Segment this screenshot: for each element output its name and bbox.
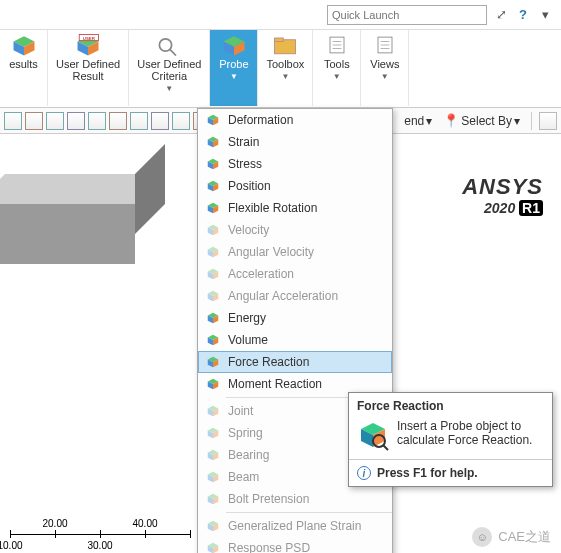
criteria-icon [155,34,183,56]
tool-btn[interactable] [109,112,127,130]
svg-text:USER: USER [83,36,96,41]
tool-btn[interactable] [539,112,557,130]
ribbon-user-defined[interactable]: User Defined Criteria ▼ [129,30,210,106]
ruler-tick: 30.00 [87,540,112,551]
svg-rect-14 [275,38,284,42]
info-icon: i [357,466,371,480]
chevron-down-icon: ▼ [230,72,238,81]
folder-icon [271,34,299,56]
brand-name: ANSYS [462,174,543,200]
ribbon-tools[interactable]: Tools ▼ [313,30,361,106]
select-by-dropdown[interactable]: 📍 Select By ▾ [439,113,524,128]
menu-item-flexible-rotation[interactable]: Flexible Rotation [198,197,392,219]
scale-ruler: 20.00 40.00 10.00 30.00 [10,534,190,535]
menu-item-label: Bearing [228,448,269,462]
ribbon-label: Toolbox [266,58,304,70]
menu-item-angular-velocity: Angular Velocity [198,241,392,263]
menu-item-label: Stress [228,157,262,171]
chevron-down-icon: ▼ [381,72,389,81]
ribbon-label: Views [370,58,399,70]
tool-btn[interactable] [67,112,85,130]
brand-logo: ANSYS 2020 R1 [462,174,543,216]
probe-cube-icon [204,518,222,534]
pin-icon: 📍 [443,113,459,128]
menu-item-label: Moment Reaction [228,377,322,391]
ruler-tick: 10.00 [0,540,23,551]
probe-cube-icon [204,469,222,485]
probe-cube-icon [204,354,222,370]
separator [349,459,552,460]
expand-icon[interactable]: ⤢ [493,7,509,23]
page-icon [371,34,399,56]
end-label: end [404,114,424,128]
probe-icon [357,419,389,451]
ribbon-esults[interactable]: esults [0,30,48,106]
tool-btn[interactable] [151,112,169,130]
menu-item-label: Angular Velocity [228,245,314,259]
menu-item-force-reaction[interactable]: Force Reaction [198,351,392,373]
svg-point-8 [160,39,172,51]
tool-btn[interactable] [130,112,148,130]
tool-btn[interactable] [172,112,190,130]
menu-item-label: Spring [228,426,263,440]
tool-btn[interactable] [25,112,43,130]
menu-item-label: Position [228,179,271,193]
svg-line-87 [383,445,388,450]
menu-item-deformation[interactable]: Deformation [198,109,392,131]
quick-launch-input[interactable] [327,5,487,25]
ribbon-label: User Defined Criteria [137,58,201,82]
end-dropdown[interactable]: end ▾ [400,114,436,128]
help-icon[interactable]: ? [515,7,531,23]
menu-item-label: Angular Acceleration [228,289,338,303]
menu-item-label: Strain [228,135,259,149]
ribbon-label: Probe [219,58,248,70]
cube-icon [10,34,38,56]
menu-item-label: Bolt Pretension [228,492,309,506]
brand-version: 2020 [484,200,519,216]
chevron-down-icon: ▼ [281,72,289,81]
menu-item-strain[interactable]: Strain [198,131,392,153]
ribbon-label: Tools [324,58,350,70]
tool-btn[interactable] [46,112,64,130]
chevron-down-icon: ▼ [165,84,173,93]
chevron-down-icon: ▾ [514,114,520,128]
menu-item-velocity: Velocity [198,219,392,241]
ribbon-toolbox[interactable]: Toolbox ▼ [258,30,313,106]
probe-cube-icon [204,310,222,326]
menu-item-label: Response PSD [228,541,310,553]
menu-item-label: Volume [228,333,268,347]
ribbon-label: esults [9,58,38,70]
chevron-down-icon: ▾ [426,114,432,128]
probe-cube-icon [204,222,222,238]
model-geometry[interactable] [0,174,170,274]
menu-item-label: Velocity [228,223,269,237]
probe-cube-icon [204,491,222,507]
menu-item-label: Deformation [228,113,293,127]
cube-icon [220,34,248,56]
menu-item-energy[interactable]: Energy [198,307,392,329]
ribbon-user-defined[interactable]: USER User Defined Result [48,30,129,106]
ribbon-views[interactable]: Views ▼ [361,30,409,106]
watermark-text: CAE之道 [498,528,551,546]
probe-cube-icon [204,266,222,282]
chevron-down-icon[interactable]: ▾ [537,7,553,23]
separator [531,112,532,130]
menu-item-label: Force Reaction [228,355,309,369]
menu-item-position[interactable]: Position [198,175,392,197]
ribbon-label: User Defined Result [56,58,120,82]
title-bar: ⤢ ? ▾ [0,0,561,30]
menu-item-stress[interactable]: Stress [198,153,392,175]
svg-line-9 [170,49,176,55]
ruler-tick: 20.00 [42,518,67,529]
probe-cube-icon [204,112,222,128]
watermark-icon: ☺ [472,527,492,547]
ribbon-probe[interactable]: Probe ▼ [210,30,258,106]
menu-item-label: Joint [228,404,253,418]
tool-btn[interactable] [88,112,106,130]
tool-btn[interactable] [4,112,22,130]
probe-cube-icon [204,447,222,463]
menu-item-volume[interactable]: Volume [198,329,392,351]
menu-item-label: Energy [228,311,266,325]
cube-user-icon: USER [74,34,102,56]
page-icon [323,34,351,56]
